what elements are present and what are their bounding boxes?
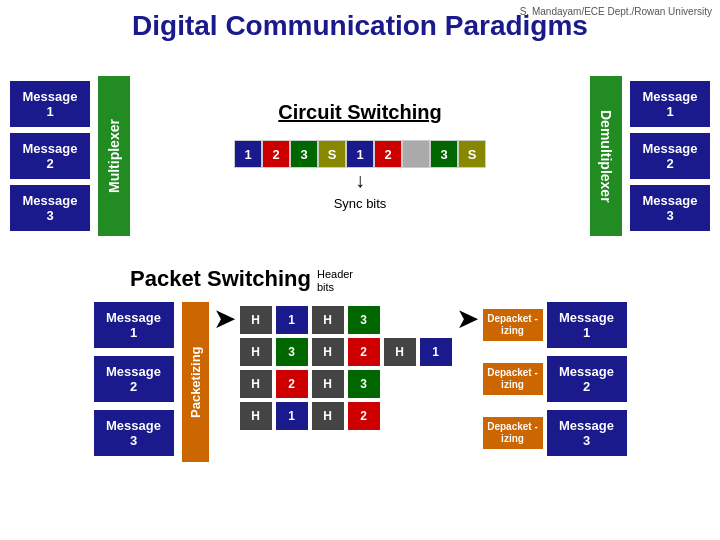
pkt-n-1-2: 1 <box>420 338 452 366</box>
depacket-box2: Depacket -izing <box>483 363 543 395</box>
pkt-n-2-1: 3 <box>348 370 380 398</box>
circuit-msg1-right: Message 1 <box>630 81 710 127</box>
stream-cell-4: 1 <box>346 140 374 168</box>
packet-bottom-row: Message 1 Message 2 Message 3 Packetizin… <box>20 302 700 462</box>
pkt-h-1-0: H <box>240 338 272 366</box>
packet-msg2-right: Message 2 <box>547 356 627 402</box>
pkt-n-1-1: 2 <box>348 338 380 366</box>
packet-row-1: H3H2H1 <box>240 338 452 366</box>
depacket-box3: Depacket -izing <box>483 417 543 449</box>
packet-arrow-right1: ➤ <box>213 302 236 335</box>
header-bits-label: Header bits <box>317 268 353 294</box>
stream-cell-8: S <box>458 140 486 168</box>
packet-msg3-right: Message 3 <box>547 410 627 456</box>
circuit-right-messages: Message 1 Message 2 Message 3 <box>630 81 710 231</box>
demultiplexer: Demultiplexer <box>590 76 622 236</box>
data-stream: 123S123S <box>234 140 486 168</box>
circuit-msg2-right: Message 2 <box>630 133 710 179</box>
stream-cell-2: 3 <box>290 140 318 168</box>
packet-msg1-left: Message 1 <box>94 302 174 348</box>
packets-grid: H1H3H3H2H1H2H3H1H2 <box>240 306 452 430</box>
circuit-msg3-right: Message 3 <box>630 185 710 231</box>
pkt-h-0-0: H <box>240 306 272 334</box>
packet-left-messages: Message 1 Message 2 Message 3 <box>94 302 174 456</box>
packetizing: Packetizing <box>182 302 209 462</box>
pkt-n-2-0: 2 <box>276 370 308 398</box>
pkt-h-1-2: H <box>384 338 416 366</box>
stream-cell-3: S <box>318 140 346 168</box>
pkt-h-2-1: H <box>312 370 344 398</box>
pkt-h-2-0: H <box>240 370 272 398</box>
circuit-left-messages: Message 1 Message 2 Message 3 <box>10 81 90 231</box>
circuit-middle: Circuit Switching 123S123S ↓ Sync bits <box>134 101 586 211</box>
depacket-group2: Depacket -izing Message 2 <box>483 356 627 402</box>
packet-arrow-right2: ➤ <box>456 302 479 335</box>
depacket-group1: Depacket -izing Message 1 <box>483 302 627 348</box>
circuit-msg3-left: Message 3 <box>10 185 90 231</box>
circuit-switching-section: Message 1 Message 2 Message 3 Multiplexe… <box>10 46 710 266</box>
stream-cell-1: 2 <box>262 140 290 168</box>
depacket-section: Depacket -izing Message 1 Depacket -izin… <box>483 302 627 456</box>
pkt-n-3-0: 1 <box>276 402 308 430</box>
depacket-box1: Depacket -izing <box>483 309 543 341</box>
pkt-h-0-1: H <box>312 306 344 334</box>
pkt-n-3-1: 2 <box>348 402 380 430</box>
packet-msg3-left: Message 3 <box>94 410 174 456</box>
sync-arrow: ↓ <box>355 170 365 190</box>
packet-row-2: H2H3 <box>240 370 452 398</box>
multiplexer: Multiplexer <box>98 76 130 236</box>
pkt-h-3-0: H <box>240 402 272 430</box>
packet-row-3: H1H2 <box>240 402 452 430</box>
packet-msg2-left: Message 2 <box>94 356 174 402</box>
watermark: S. Mandayam/ECE Dept./Rowan University <box>520 6 712 17</box>
pkt-h-1-1: H <box>312 338 344 366</box>
stream-cell-6 <box>402 140 430 168</box>
circuit-msg1-left: Message 1 <box>10 81 90 127</box>
stream-cell-0: 1 <box>234 140 262 168</box>
pkt-n-0-0: 1 <box>276 306 308 334</box>
pkt-n-1-0: 3 <box>276 338 308 366</box>
circuit-title: Circuit Switching <box>278 101 441 124</box>
stream-cell-7: 3 <box>430 140 458 168</box>
sync-bits-label: Sync bits <box>334 196 387 211</box>
packet-title-area: Packet Switching Header bits <box>130 266 710 294</box>
packet-title: Packet Switching <box>130 266 311 292</box>
stream-cell-5: 2 <box>374 140 402 168</box>
depacket-group3: Depacket -izing Message 3 <box>483 410 627 456</box>
packet-switching-section: Packet Switching Header bits Message 1 M… <box>10 266 710 462</box>
packet-row-0: H1H3 <box>240 306 452 334</box>
pkt-h-3-1: H <box>312 402 344 430</box>
pkt-n-0-1: 3 <box>348 306 380 334</box>
packet-msg1-right: Message 1 <box>547 302 627 348</box>
circuit-msg2-left: Message 2 <box>10 133 90 179</box>
